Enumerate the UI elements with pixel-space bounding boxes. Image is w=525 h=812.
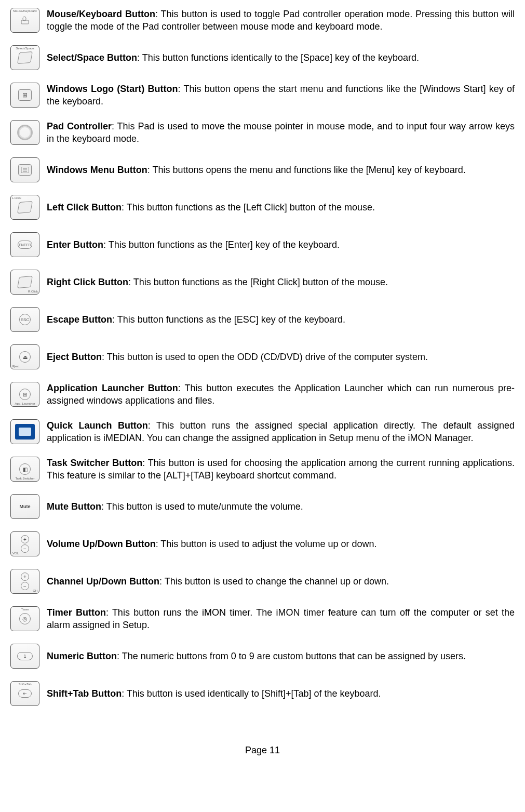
volume-icon: +−VOL — [10, 531, 39, 556]
button-name: Channel Up/Down Button — [47, 576, 159, 587]
volume-description: Volume Up/Down Button: This button is us… — [47, 538, 515, 550]
enter-icon: ENTER — [10, 232, 39, 257]
numeric-icon: 1 — [10, 644, 39, 669]
button-description-row: L.ClickLeft Click Button: This button fu… — [10, 192, 515, 222]
timer-icon: Timer◎ — [10, 606, 39, 631]
eject-description: Eject Button: This button is used to ope… — [47, 351, 515, 363]
shift-tab-icon: Shift+Tab⇤ — [10, 681, 39, 706]
button-name: Select/Space Button — [47, 52, 137, 63]
button-name: Volume Up/Down Button — [47, 539, 156, 549]
select-space-icon: Select/Space — [10, 45, 39, 70]
button-name: Application Launcher Button — [47, 383, 178, 393]
button-name: Numeric Button — [47, 651, 117, 661]
button-description-row: Select/SpaceSelect/Space Button: This bu… — [10, 43, 515, 73]
enter-description: Enter Button: This button functions as t… — [47, 238, 515, 251]
eject-icon: ⏏Eject — [10, 344, 39, 369]
button-name: Windows Logo (Start) Button — [47, 84, 178, 94]
button-text: : This button is used identically to [Sh… — [122, 688, 381, 699]
task-switcher-icon: ◧Task Switcher — [10, 457, 39, 482]
button-text: : This button functions as the [Left Cli… — [122, 202, 375, 212]
windows-menu-description: Windows Menu Button: This buttons opens … — [47, 164, 515, 176]
left-click-icon: L.Click — [10, 195, 39, 220]
escape-description: Escape Button: This button functions as … — [47, 313, 515, 326]
button-description-row: ⊞App. LauncherApplication Launcher Butto… — [10, 379, 515, 409]
right-click-description: Right Click Button: This button function… — [47, 276, 515, 288]
button-name: Left Click Button — [47, 202, 122, 212]
button-text: : This button functions identically to t… — [137, 52, 419, 63]
task-switcher-description: Task Switcher Button: This button is use… — [47, 457, 515, 482]
quick-launch-description: Quick Launch Button: This button runs th… — [47, 419, 515, 445]
button-name: Enter Button — [47, 239, 103, 250]
button-text: : This button runs the iMON timer. The i… — [47, 607, 515, 630]
escape-icon: ESC — [10, 307, 39, 332]
button-name: Escape Button — [47, 314, 112, 325]
button-name: Mouse/Keyboard Button — [47, 9, 155, 19]
button-name: Right Click Button — [47, 277, 128, 287]
button-name: Shift+Tab Button — [47, 688, 122, 699]
button-text: : This button functions as the [Right Cl… — [128, 277, 388, 287]
button-name: Timer Button — [47, 607, 106, 618]
button-text: : This button functions as the [ESC] key… — [112, 314, 345, 325]
button-name: Windows Menu Button — [47, 165, 147, 175]
button-text: : This button is used to mute/unmute the… — [101, 501, 303, 512]
app-launcher-icon: ⊞App. Launcher — [10, 382, 39, 407]
button-text: : The numeric buttons from 0 to 9 are cu… — [117, 651, 466, 661]
button-name: Mute Button — [47, 501, 101, 512]
button-text: : This buttons opens the menu and functi… — [147, 165, 466, 175]
page-footer: Page 11 — [10, 745, 515, 756]
mute-icon: Mute — [10, 494, 39, 519]
button-text: : This button functions as the [Enter] k… — [103, 239, 340, 250]
button-description-row: Shift+Tab⇤Shift+Tab Button: This button … — [10, 678, 515, 709]
button-description-row: +−CHChannel Up/Down Button: This button … — [10, 566, 515, 596]
button-description-row: ESCEscape Button: This button functions … — [10, 304, 515, 335]
button-description-row: ⏏EjectEject Button: This button is used … — [10, 342, 515, 372]
channel-icon: +−CH — [10, 569, 39, 594]
button-description-row: Mouse/Keyboard Mouse/Keyboard Button: Th… — [10, 5, 515, 35]
button-description-row: 1Numeric Button: The numeric buttons fro… — [10, 641, 515, 671]
button-text: : This button is used to adjust the volu… — [156, 539, 377, 549]
quick-launch-icon — [10, 419, 39, 444]
button-name: Task Switcher Button — [47, 458, 142, 468]
button-description-row: Timer◎Timer Button: This button runs the… — [10, 604, 515, 634]
button-text: : This button is used to open the ODD (C… — [102, 352, 428, 362]
button-description-row: R.ClickRight Click Button: This button f… — [10, 267, 515, 297]
windows-start-description: Windows Logo (Start) Button: This button… — [47, 83, 515, 108]
pad-controller-icon — [10, 120, 39, 145]
channel-description: Channel Up/Down Button: This button is u… — [47, 575, 515, 588]
button-description-row: Windows Menu Button: This buttons opens … — [10, 155, 515, 185]
windows-start-icon: ⊞ — [10, 83, 39, 108]
pad-controller-description: Pad Controller: This Pad is used to move… — [47, 120, 515, 145]
button-name: Pad Controller — [47, 121, 112, 131]
right-click-icon: R.Click — [10, 270, 39, 295]
windows-menu-icon — [10, 157, 39, 182]
app-launcher-description: Application Launcher Button: This button… — [47, 382, 515, 407]
mute-description: Mute Button: This button is used to mute… — [47, 500, 515, 513]
button-description-row: Pad Controller: This Pad is used to move… — [10, 117, 515, 148]
mouse-keyboard-description: Mouse/Keyboard Button: This button is us… — [47, 8, 515, 33]
button-description-row: ⊞Windows Logo (Start) Button: This butto… — [10, 80, 515, 110]
numeric-description: Numeric Button: The numeric buttons from… — [47, 650, 515, 662]
button-description-row: ◧Task SwitcherTask Switcher Button: This… — [10, 454, 515, 484]
button-name: Quick Launch Button — [47, 420, 148, 431]
button-text: : This Pad is used to move the mouse poi… — [47, 121, 515, 144]
button-description-row: MuteMute Button: This button is used to … — [10, 491, 515, 522]
button-text: : This button is used to change the chan… — [159, 576, 389, 587]
shift-tab-description: Shift+Tab Button: This button is used id… — [47, 687, 515, 700]
select-space-description: Select/Space Button: This button functio… — [47, 51, 515, 64]
button-description-row: +−VOLVolume Up/Down Button: This button … — [10, 529, 515, 559]
timer-description: Timer Button: This button runs the iMON … — [47, 606, 515, 632]
button-description-row: ENTEREnter Button: This button functions… — [10, 230, 515, 260]
button-name: Eject Button — [47, 352, 102, 362]
mouse-keyboard-icon: Mouse/Keyboard — [10, 8, 39, 33]
left-click-description: Left Click Button: This button functions… — [47, 201, 515, 214]
button-description-row: Quick Launch Button: This button runs th… — [10, 417, 515, 447]
